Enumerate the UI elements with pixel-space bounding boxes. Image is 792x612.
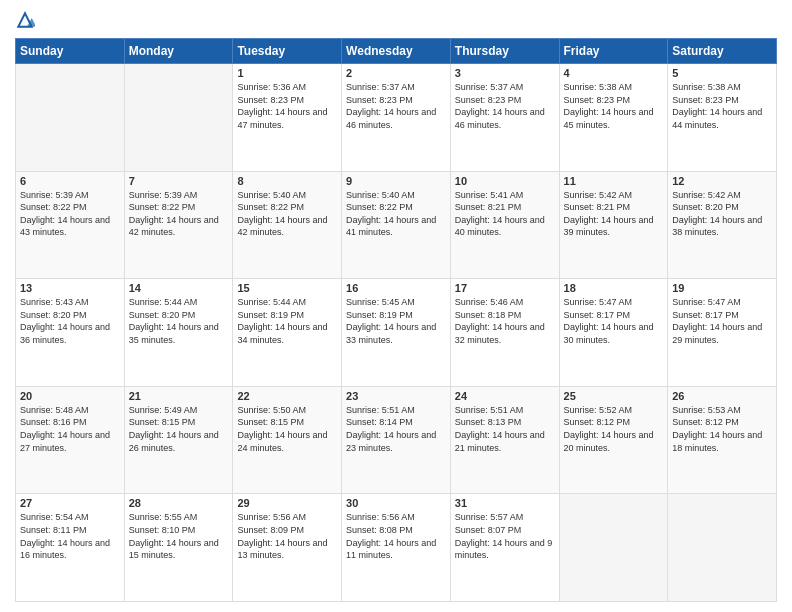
day-number: 2	[346, 67, 446, 79]
calendar-cell: 1Sunrise: 5:36 AM Sunset: 8:23 PM Daylig…	[233, 64, 342, 172]
day-info: Sunrise: 5:57 AM Sunset: 8:07 PM Dayligh…	[455, 511, 555, 561]
day-info: Sunrise: 5:44 AM Sunset: 8:20 PM Dayligh…	[129, 296, 229, 346]
calendar-cell: 29Sunrise: 5:56 AM Sunset: 8:09 PM Dayli…	[233, 494, 342, 602]
day-number: 9	[346, 175, 446, 187]
day-number: 15	[237, 282, 337, 294]
day-info: Sunrise: 5:48 AM Sunset: 8:16 PM Dayligh…	[20, 404, 120, 454]
day-info: Sunrise: 5:38 AM Sunset: 8:23 PM Dayligh…	[672, 81, 772, 131]
day-number: 6	[20, 175, 120, 187]
day-info: Sunrise: 5:51 AM Sunset: 8:14 PM Dayligh…	[346, 404, 446, 454]
day-info: Sunrise: 5:47 AM Sunset: 8:17 PM Dayligh…	[672, 296, 772, 346]
day-number: 20	[20, 390, 120, 402]
calendar-cell: 2Sunrise: 5:37 AM Sunset: 8:23 PM Daylig…	[342, 64, 451, 172]
day-number: 16	[346, 282, 446, 294]
day-info: Sunrise: 5:37 AM Sunset: 8:23 PM Dayligh…	[346, 81, 446, 131]
day-number: 21	[129, 390, 229, 402]
calendar-cell: 8Sunrise: 5:40 AM Sunset: 8:22 PM Daylig…	[233, 171, 342, 279]
day-number: 23	[346, 390, 446, 402]
day-info: Sunrise: 5:38 AM Sunset: 8:23 PM Dayligh…	[564, 81, 664, 131]
logo-icon	[15, 10, 35, 30]
day-info: Sunrise: 5:36 AM Sunset: 8:23 PM Dayligh…	[237, 81, 337, 131]
calendar-cell: 27Sunrise: 5:54 AM Sunset: 8:11 PM Dayli…	[16, 494, 125, 602]
calendar-cell	[16, 64, 125, 172]
day-info: Sunrise: 5:56 AM Sunset: 8:09 PM Dayligh…	[237, 511, 337, 561]
calendar-cell: 23Sunrise: 5:51 AM Sunset: 8:14 PM Dayli…	[342, 386, 451, 494]
calendar-week-row: 27Sunrise: 5:54 AM Sunset: 8:11 PM Dayli…	[16, 494, 777, 602]
day-number: 26	[672, 390, 772, 402]
day-info: Sunrise: 5:55 AM Sunset: 8:10 PM Dayligh…	[129, 511, 229, 561]
day-number: 24	[455, 390, 555, 402]
day-info: Sunrise: 5:39 AM Sunset: 8:22 PM Dayligh…	[129, 189, 229, 239]
day-number: 17	[455, 282, 555, 294]
calendar-week-row: 6Sunrise: 5:39 AM Sunset: 8:22 PM Daylig…	[16, 171, 777, 279]
day-info: Sunrise: 5:47 AM Sunset: 8:17 PM Dayligh…	[564, 296, 664, 346]
day-info: Sunrise: 5:40 AM Sunset: 8:22 PM Dayligh…	[237, 189, 337, 239]
calendar-cell	[124, 64, 233, 172]
day-info: Sunrise: 5:42 AM Sunset: 8:21 PM Dayligh…	[564, 189, 664, 239]
day-number: 13	[20, 282, 120, 294]
day-info: Sunrise: 5:53 AM Sunset: 8:12 PM Dayligh…	[672, 404, 772, 454]
header	[15, 10, 777, 30]
calendar-header-friday: Friday	[559, 39, 668, 64]
day-number: 14	[129, 282, 229, 294]
calendar-cell: 10Sunrise: 5:41 AM Sunset: 8:21 PM Dayli…	[450, 171, 559, 279]
day-number: 11	[564, 175, 664, 187]
day-info: Sunrise: 5:42 AM Sunset: 8:20 PM Dayligh…	[672, 189, 772, 239]
calendar-cell: 30Sunrise: 5:56 AM Sunset: 8:08 PM Dayli…	[342, 494, 451, 602]
day-number: 10	[455, 175, 555, 187]
day-number: 5	[672, 67, 772, 79]
calendar-cell: 4Sunrise: 5:38 AM Sunset: 8:23 PM Daylig…	[559, 64, 668, 172]
day-info: Sunrise: 5:43 AM Sunset: 8:20 PM Dayligh…	[20, 296, 120, 346]
day-number: 25	[564, 390, 664, 402]
day-number: 22	[237, 390, 337, 402]
calendar-cell: 19Sunrise: 5:47 AM Sunset: 8:17 PM Dayli…	[668, 279, 777, 387]
day-info: Sunrise: 5:44 AM Sunset: 8:19 PM Dayligh…	[237, 296, 337, 346]
day-info: Sunrise: 5:56 AM Sunset: 8:08 PM Dayligh…	[346, 511, 446, 561]
calendar-header-monday: Monday	[124, 39, 233, 64]
calendar-cell	[668, 494, 777, 602]
calendar-header-thursday: Thursday	[450, 39, 559, 64]
day-number: 29	[237, 497, 337, 509]
day-info: Sunrise: 5:40 AM Sunset: 8:22 PM Dayligh…	[346, 189, 446, 239]
day-info: Sunrise: 5:37 AM Sunset: 8:23 PM Dayligh…	[455, 81, 555, 131]
calendar-cell: 3Sunrise: 5:37 AM Sunset: 8:23 PM Daylig…	[450, 64, 559, 172]
day-number: 31	[455, 497, 555, 509]
calendar-header-wednesday: Wednesday	[342, 39, 451, 64]
calendar-cell: 18Sunrise: 5:47 AM Sunset: 8:17 PM Dayli…	[559, 279, 668, 387]
calendar-cell: 13Sunrise: 5:43 AM Sunset: 8:20 PM Dayli…	[16, 279, 125, 387]
logo	[15, 10, 39, 30]
day-number: 8	[237, 175, 337, 187]
day-number: 18	[564, 282, 664, 294]
day-info: Sunrise: 5:46 AM Sunset: 8:18 PM Dayligh…	[455, 296, 555, 346]
calendar-cell: 26Sunrise: 5:53 AM Sunset: 8:12 PM Dayli…	[668, 386, 777, 494]
calendar-cell: 16Sunrise: 5:45 AM Sunset: 8:19 PM Dayli…	[342, 279, 451, 387]
day-info: Sunrise: 5:54 AM Sunset: 8:11 PM Dayligh…	[20, 511, 120, 561]
day-number: 3	[455, 67, 555, 79]
day-number: 28	[129, 497, 229, 509]
calendar-cell: 21Sunrise: 5:49 AM Sunset: 8:15 PM Dayli…	[124, 386, 233, 494]
calendar-cell: 20Sunrise: 5:48 AM Sunset: 8:16 PM Dayli…	[16, 386, 125, 494]
day-info: Sunrise: 5:45 AM Sunset: 8:19 PM Dayligh…	[346, 296, 446, 346]
calendar-cell: 5Sunrise: 5:38 AM Sunset: 8:23 PM Daylig…	[668, 64, 777, 172]
calendar-header-saturday: Saturday	[668, 39, 777, 64]
calendar-cell: 9Sunrise: 5:40 AM Sunset: 8:22 PM Daylig…	[342, 171, 451, 279]
day-info: Sunrise: 5:51 AM Sunset: 8:13 PM Dayligh…	[455, 404, 555, 454]
calendar-cell	[559, 494, 668, 602]
day-number: 4	[564, 67, 664, 79]
day-number: 1	[237, 67, 337, 79]
calendar-cell: 22Sunrise: 5:50 AM Sunset: 8:15 PM Dayli…	[233, 386, 342, 494]
day-number: 7	[129, 175, 229, 187]
page: SundayMondayTuesdayWednesdayThursdayFrid…	[0, 0, 792, 612]
day-info: Sunrise: 5:50 AM Sunset: 8:15 PM Dayligh…	[237, 404, 337, 454]
calendar-header-row: SundayMondayTuesdayWednesdayThursdayFrid…	[16, 39, 777, 64]
calendar-cell: 6Sunrise: 5:39 AM Sunset: 8:22 PM Daylig…	[16, 171, 125, 279]
calendar-cell: 24Sunrise: 5:51 AM Sunset: 8:13 PM Dayli…	[450, 386, 559, 494]
calendar-header-sunday: Sunday	[16, 39, 125, 64]
calendar-cell: 12Sunrise: 5:42 AM Sunset: 8:20 PM Dayli…	[668, 171, 777, 279]
day-number: 19	[672, 282, 772, 294]
calendar-cell: 14Sunrise: 5:44 AM Sunset: 8:20 PM Dayli…	[124, 279, 233, 387]
day-info: Sunrise: 5:39 AM Sunset: 8:22 PM Dayligh…	[20, 189, 120, 239]
calendar-cell: 11Sunrise: 5:42 AM Sunset: 8:21 PM Dayli…	[559, 171, 668, 279]
calendar-table: SundayMondayTuesdayWednesdayThursdayFrid…	[15, 38, 777, 602]
calendar-header-tuesday: Tuesday	[233, 39, 342, 64]
